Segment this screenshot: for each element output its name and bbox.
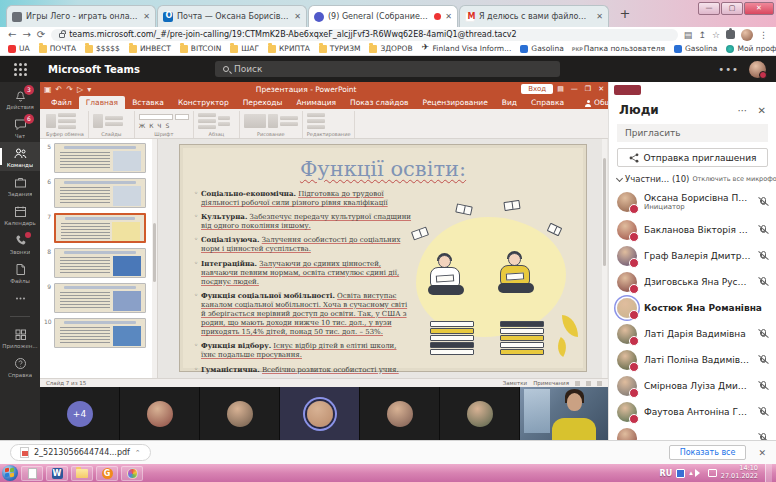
bookmark-item[interactable]: BITCOIN — [180, 44, 221, 53]
taskbar-document-icon[interactable] — [21, 466, 43, 481]
ribbon-tab-item[interactable]: Главная — [79, 96, 125, 109]
participant-video-tile[interactable] — [200, 387, 280, 440]
participants-section-header[interactable]: Участни... (10) Отключить все микрофоны — [609, 167, 776, 187]
mute-all-link[interactable]: Отключить все микрофоны — [692, 175, 776, 183]
forward-icon[interactable]: → — [22, 30, 30, 40]
teams-more-icon[interactable]: ••• — [718, 64, 739, 75]
ribbon-group-controls[interactable] — [198, 112, 235, 130]
tab-close-icon[interactable]: ✕ — [294, 12, 301, 21]
ribbon-group[interactable]: Рисование — [240, 111, 303, 138]
participant-video-tile[interactable] — [360, 387, 440, 440]
ribbon-tab-item[interactable]: Анимация — [289, 96, 343, 109]
download-caret-icon[interactable]: ⌃ — [135, 449, 141, 457]
notes-button[interactable]: Заметки — [503, 380, 528, 386]
taskbar-word-icon[interactable]: W — [46, 466, 68, 481]
volume-icon[interactable] — [695, 469, 704, 477]
invite-input[interactable]: Пригласить — [617, 124, 768, 142]
ribbon-group-controls[interactable] — [46, 112, 84, 130]
browser-tab[interactable]: Игры Лего - играть онлайн бес ✕ — [6, 5, 156, 27]
ribbon-tab-item[interactable]: Вставка — [125, 96, 171, 109]
back-icon[interactable]: ← — [8, 30, 16, 40]
slide-thumbnail[interactable] — [54, 213, 146, 243]
hidden-icons-caret[interactable]: ▴ — [689, 469, 693, 477]
close-button[interactable]: ✕ — [744, 2, 774, 15]
tab-close-icon[interactable]: ✕ — [143, 12, 150, 21]
teams-user-avatar[interactable] — [749, 61, 766, 78]
ppt-signin-button[interactable]: Вход — [521, 84, 553, 94]
participant-row[interactable]: Фаутова Антоніна Григорівна — [609, 399, 776, 425]
mic-muted-icon[interactable] — [758, 380, 768, 392]
maximize-button[interactable]: ▢ — [721, 2, 743, 15]
keyboard-layout-icon[interactable] — [676, 469, 685, 478]
bookmark-item[interactable]: ЗДОРОВ — [369, 44, 412, 53]
slide-thumbnail[interactable] — [54, 248, 146, 278]
view-sorter-icon[interactable] — [586, 381, 591, 386]
bookmark-item[interactable]: $$$$$ — [85, 44, 120, 53]
bookmark-item[interactable]: UA — [8, 44, 30, 53]
participant-row[interactable] — [609, 425, 776, 440]
participant-row[interactable]: Бакланова Вікторія Олекса... — [609, 217, 776, 243]
tab-close-icon[interactable]: ✕ — [596, 12, 603, 21]
people-close-icon[interactable]: ✕ — [758, 105, 766, 116]
minimize-button[interactable]: — — [698, 2, 720, 15]
sidebar-item-chat[interactable]: 6 Чат — [0, 113, 40, 142]
slide-thumbnail[interactable] — [54, 143, 146, 173]
ribbon-tab-item[interactable]: Рецензирование — [415, 96, 494, 109]
participant-row[interactable]: Латі Поліна Вадимівна — [609, 347, 776, 373]
ribbon-group-controls[interactable] — [93, 112, 130, 130]
ribbon-group[interactable]: Ж К Ч S Шрифт — [135, 111, 194, 138]
slide-thumbnail[interactable] — [54, 283, 146, 313]
ribbon-tab-item[interactable]: Справка — [524, 96, 571, 109]
overflow-participants-tile[interactable]: +4 — [40, 387, 120, 440]
ribbon-group-controls[interactable] — [307, 112, 351, 130]
participant-row[interactable]: Граф Валерія Дмитрівна — [609, 243, 776, 269]
mic-muted-icon[interactable] — [758, 250, 768, 262]
browser-menu-icon[interactable]: ⋮ — [759, 30, 768, 40]
ribbon-tab-item[interactable]: Конструктор — [171, 96, 236, 109]
show-desktop-button[interactable] — [765, 464, 772, 482]
ribbon-group[interactable]: Абзац — [194, 111, 240, 138]
bookmark-item[interactable]: Gasolina — [674, 44, 717, 53]
sidebar-item-bell[interactable]: 3 Действия — [0, 84, 40, 113]
ribbon-options-icon[interactable]: ▤ — [557, 85, 564, 93]
ribbon-tab-file[interactable]: Файл — [44, 96, 79, 109]
slide-thumbnail[interactable] — [54, 318, 146, 348]
share-icon[interactable]: ↥ — [698, 30, 706, 40]
bookmark-star-icon[interactable]: ☆ — [712, 30, 720, 40]
ribbon-group[interactable]: Редактирование — [303, 111, 356, 138]
new-tab-button[interactable]: + — [614, 5, 636, 25]
ribbon-tab-item[interactable]: Показ слайдов — [343, 96, 415, 109]
taskbar-paint-icon[interactable] — [121, 466, 143, 481]
participant-row[interactable]: Смірнова Луіза Дмитрівна — [609, 373, 776, 399]
bookmark-item[interactable]: Finland Visa Inform... — [422, 44, 512, 53]
sidebar-item-teams[interactable]: Команды — [0, 142, 40, 171]
bookmark-item[interactable]: ИНВЕСТ — [129, 44, 171, 53]
ppt-minimize-icon[interactable]: — — [571, 85, 578, 93]
extensions-puzzle-icon[interactable] — [726, 30, 735, 39]
waffle-icon[interactable] — [0, 63, 40, 76]
canvas-scrollbar[interactable] — [602, 139, 607, 378]
ribbon-group[interactable]: Буфер обмена — [42, 111, 89, 138]
shelf-close-icon[interactable]: ✕ — [758, 448, 766, 458]
participant-row[interactable]: Костюк Яна Романівна — [609, 295, 776, 321]
ribbon-group[interactable]: Слайды — [89, 111, 135, 138]
bookmark-item[interactable]: Мой профиль • OL... — [726, 44, 776, 53]
mic-muted-icon[interactable] — [758, 354, 768, 366]
participant-row[interactable]: Оксана Борисівна Петінова Инициатор — [609, 187, 776, 217]
self-webcam-tile[interactable] — [520, 387, 608, 440]
thumbnail-scrollbar[interactable] — [152, 139, 157, 378]
participant-video-tile[interactable] — [120, 387, 200, 440]
ribbon-tab-item[interactable]: Переходы — [236, 96, 290, 109]
browser-tab[interactable]: Почта — Оксана Борисівна Пет ✕ — [157, 5, 307, 27]
sidebar-item-help[interactable]: Справка — [0, 352, 40, 381]
start-button[interactable] — [2, 465, 18, 481]
ppt-restore-icon[interactable]: ❐ — [585, 85, 591, 93]
sidebar-item-apps[interactable]: Приложен... — [0, 323, 40, 352]
sidebar-item-briefcase[interactable]: Задания — [0, 171, 40, 200]
reload-icon[interactable]: ⟳ — [37, 30, 45, 40]
mic-muted-icon[interactable] — [758, 224, 768, 236]
ppt-close-icon[interactable]: ✕ — [598, 85, 604, 93]
bookmark-item[interactable]: Gasolina — [520, 44, 563, 53]
participant-video-tile[interactable] — [440, 387, 520, 440]
participant-row[interactable]: Дзиговська Яна Русланівна — [609, 269, 776, 295]
